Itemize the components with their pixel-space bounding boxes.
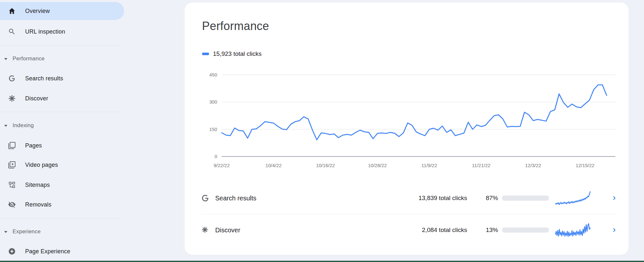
svg-text:450: 450 — [209, 72, 217, 77]
video-pages-icon — [8, 161, 16, 169]
page-title: Performance — [202, 19, 269, 33]
svg-text:150: 150 — [209, 127, 217, 132]
chevron-down-icon — [4, 230, 7, 233]
clicks-line-chart-svg: 01503004509/22/2210/4/2210/16/2210/28/22… — [202, 68, 618, 175]
chevron-down-icon — [4, 124, 7, 127]
row-total-clicks: 2,084 total clicks — [422, 227, 467, 234]
sidebar-item-search-results[interactable]: Search results — [0, 69, 124, 88]
bottom-edge-bar — [0, 261, 644, 262]
section-label: Performance — [13, 55, 45, 62]
row-label: Search results — [215, 195, 256, 202]
legend-label: 15,923 total clicks — [213, 50, 262, 57]
eye-off-icon — [8, 201, 16, 208]
sidebar-section-performance[interactable]: Performance — [0, 49, 124, 68]
sidebar-item-label: Page Experience — [25, 248, 70, 255]
chevron-right-icon[interactable] — [610, 194, 618, 202]
sparkline-chart — [555, 222, 591, 238]
progress-bar — [502, 196, 549, 201]
sidebar: Overview URL inspection Performance Sear… — [0, 0, 124, 262]
row-label: Discover — [215, 227, 240, 234]
sidebar-item-label: Video pages — [25, 162, 58, 168]
svg-text:11/9/22: 11/9/22 — [421, 163, 437, 168]
svg-text:10/28/22: 10/28/22 — [368, 163, 387, 168]
google-g-icon — [201, 194, 209, 202]
svg-text:9/22/22: 9/22/22 — [214, 163, 230, 168]
sidebar-item-removals[interactable]: Removals — [0, 195, 124, 214]
sidebar-item-discover[interactable]: Discover — [0, 89, 124, 108]
svg-text:300: 300 — [209, 99, 217, 105]
progress-bar — [502, 227, 549, 233]
sidebar-item-overview[interactable]: Overview — [0, 2, 124, 20]
total-clicks-legend: 15,923 total clicks — [202, 50, 262, 57]
discover-asterisk-icon — [201, 226, 209, 234]
discover-asterisk-icon — [8, 95, 16, 102]
page-experience-icon — [8, 247, 16, 255]
sidebar-item-sitemaps[interactable]: Sitemaps — [0, 175, 124, 195]
svg-text:11/21/22: 11/21/22 — [472, 163, 490, 168]
table-row-discover[interactable]: Discover 2,084 total clicks 13% — [185, 214, 629, 246]
sparkline-chart — [555, 190, 591, 206]
sidebar-item-label: Removals — [25, 201, 52, 208]
sidebar-item-label: Pages — [25, 142, 42, 149]
sitemaps-tree-icon — [8, 181, 16, 189]
sidebar-section-indexing[interactable]: Indexing — [0, 116, 124, 135]
chevron-down-icon — [4, 57, 7, 60]
sidebar-item-label: Overview — [25, 8, 50, 15]
sidebar-item-label: Discover — [25, 95, 48, 102]
chevron-right-icon[interactable] — [610, 226, 618, 234]
sidebar-divider — [0, 218, 121, 219]
sidebar-item-video-pages[interactable]: Video pages — [0, 155, 124, 175]
section-label: Experience — [13, 228, 41, 235]
performance-card: Performance 15,923 total clicks 01503004… — [185, 3, 629, 255]
svg-text:10/4/22: 10/4/22 — [265, 163, 282, 168]
sidebar-divider — [0, 45, 121, 46]
sidebar-item-label: URL inspection — [25, 28, 65, 35]
row-percent: 13% — [486, 227, 498, 234]
sidebar-item-url-inspection[interactable]: URL inspection — [0, 22, 124, 41]
section-label: Indexing — [13, 122, 34, 129]
legend-dash-icon — [202, 53, 209, 55]
search-console-overview-page: { "colors": { "accent_blue": "#4285f4", … — [0, 0, 644, 262]
pages-icon — [8, 142, 16, 149]
svg-text:12/15/22: 12/15/22 — [576, 163, 594, 168]
sidebar-item-page-experience[interactable]: Page Experience — [0, 242, 124, 261]
sidebar-item-label: Sitemaps — [25, 182, 50, 188]
row-percent: 87% — [486, 195, 498, 202]
home-icon — [8, 7, 16, 15]
sidebar-item-pages[interactable]: Pages — [0, 136, 124, 155]
table-row-search-results[interactable]: Search results 13,839 total clicks 87% — [185, 182, 629, 214]
search-icon — [8, 28, 16, 35]
svg-text:12/3/22: 12/3/22 — [525, 163, 541, 168]
sidebar-item-label: Search results — [25, 75, 63, 82]
sidebar-divider — [0, 112, 121, 112]
google-g-icon — [8, 75, 16, 82]
svg-text:0: 0 — [215, 154, 217, 159]
clicks-line-chart: 01503004509/22/2210/4/2210/16/2210/28/22… — [202, 68, 618, 175]
svg-text:10/16/22: 10/16/22 — [316, 163, 335, 168]
sidebar-section-experience[interactable]: Experience — [0, 222, 124, 241]
row-total-clicks: 13,839 total clicks — [418, 195, 467, 202]
